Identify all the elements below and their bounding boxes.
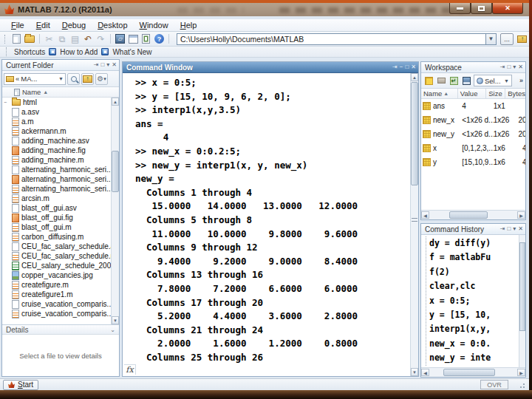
menu-item[interactable]: Edit (31, 20, 55, 30)
menu-item[interactable]: Help (175, 20, 202, 30)
file-row[interactable]: alternating_harmonic_seri... (2, 174, 111, 184)
simulink-button[interactable]: ▱ (115, 33, 126, 45)
file-row[interactable]: ackermann.m (2, 126, 111, 136)
undo-button[interactable]: ↶ (83, 33, 93, 45)
actions-button[interactable]: ⚙▾ (95, 73, 108, 85)
plot-selector-combo[interactable]: Sel... ▼ (474, 75, 512, 86)
close-button[interactable]: ✕ (492, 3, 523, 14)
folder-breadcrumb-combo[interactable]: « MA... ▼ (4, 73, 66, 85)
history-vertical-scrollbar[interactable] (519, 235, 525, 367)
browse-folder-button[interactable]: ... (500, 33, 514, 45)
history-entry[interactable]: y = [15, 10, (429, 308, 519, 322)
scrollbar-thumb[interactable] (443, 369, 495, 376)
menu-item[interactable]: Window (134, 20, 174, 30)
directory-dropdown-button[interactable]: ▼ (485, 33, 497, 45)
history-horizontal-scrollbar[interactable]: ◀ ▶ (421, 367, 525, 377)
file-row[interactable]: a.asv (2, 107, 111, 117)
file-row[interactable]: alternating_harmonic_seri... (2, 165, 111, 174)
shortcut-whats-new[interactable]: What's New (112, 48, 151, 56)
help-button[interactable]: ? (154, 33, 165, 45)
file-row[interactable]: blast_off_gui.fig (2, 213, 111, 222)
history-entry[interactable]: interp1(x,y, (429, 322, 519, 336)
new-variable-button[interactable] (423, 75, 434, 86)
file-row[interactable]: cruise_vacation_comparis... (2, 299, 111, 309)
command-window-scrollbar[interactable]: ▲ ▼ (410, 73, 418, 376)
menu-item[interactable]: File (6, 20, 30, 30)
panel-menu-icon[interactable]: ▾ (513, 226, 516, 232)
minimize-button[interactable] (449, 3, 471, 14)
scroll-left-icon[interactable]: ◀ (421, 211, 429, 219)
history-entry[interactable]: x = 0:5; (429, 294, 519, 308)
dock-icon[interactable]: ⇥ (500, 226, 505, 232)
dock-icon[interactable]: ⇥ (392, 64, 398, 70)
history-entry[interactable]: dy = diff(y) (429, 236, 519, 250)
file-list-scrollbar[interactable]: ▲ ▼ (111, 98, 119, 324)
scrollbar-thumb[interactable] (449, 211, 488, 219)
file-row[interactable]: blast_off_gui.asv (2, 203, 111, 213)
variable-row[interactable]: ans 4 1x1 8 (421, 99, 525, 113)
column-header-size[interactable]: Size (486, 89, 505, 98)
function-hints-button[interactable]: fx (124, 364, 136, 375)
file-row[interactable]: blast_off_gui.m (2, 222, 111, 232)
open-variable-button[interactable] (436, 75, 446, 86)
save-workspace-button[interactable] (461, 75, 471, 86)
breadcrumb[interactable]: MA... (21, 75, 37, 83)
up-folder-button[interactable]: ↑ (81, 73, 94, 85)
shortcut-how-to-add[interactable]: How to Add (60, 48, 98, 56)
history-entry[interactable]: new_y = inte (429, 351, 519, 365)
file-row[interactable]: CEU_salary_schedule_2008... (2, 261, 111, 270)
scroll-right-icon[interactable]: ▶ (517, 211, 525, 219)
file-row[interactable]: adding_machine.fig (2, 146, 111, 155)
variable-row[interactable]: new_y <1x26 d... 1x26 208 (421, 127, 525, 141)
scroll-right-icon[interactable]: ▶ (517, 369, 525, 376)
history-entry[interactable]: f(2) (429, 265, 519, 279)
toolbar-grip[interactable] (4, 35, 7, 44)
menu-item[interactable]: Debug (57, 20, 91, 30)
menu-item[interactable]: Desktop (92, 20, 132, 30)
minimize-panel-icon[interactable]: − (400, 64, 403, 70)
history-entry[interactable]: f = matlabFu (429, 250, 519, 265)
file-row[interactable]: createfigure1.m (2, 290, 111, 299)
variable-row[interactable]: x [0,1,2,3,... 1x6 48 (421, 141, 525, 155)
dock-icon[interactable]: ⇥ (500, 64, 505, 70)
dock-icon[interactable]: ⇥ (94, 62, 99, 68)
scrollbar-thumb[interactable] (411, 82, 418, 185)
file-row[interactable]: copper_vacancies.jpg (2, 270, 111, 280)
start-button[interactable]: Start (3, 380, 38, 390)
scroll-down-icon[interactable]: ▼ (411, 368, 418, 376)
variable-row[interactable]: y [15,10,9... 1x6 48 (421, 155, 525, 169)
new-script-button[interactable] (12, 33, 22, 45)
scrollbar-thumb[interactable] (112, 151, 119, 192)
variable-row[interactable]: new_x <1x26 d... 1x26 208 (421, 113, 525, 127)
file-row[interactable]: adding_machine.asv (2, 136, 111, 146)
scrollbar-thumb[interactable] (519, 242, 525, 331)
close-panel-icon[interactable]: ✕ (518, 226, 523, 232)
column-header-name[interactable]: Name ▲ (421, 89, 458, 98)
resize-grip[interactable] (519, 381, 527, 389)
panel-menu-icon[interactable]: ▾ (106, 62, 109, 68)
close-panel-icon[interactable]: ✕ (411, 64, 416, 70)
column-header-value[interactable]: Value (458, 89, 486, 98)
guide-button[interactable] (129, 33, 139, 45)
shortcuts-grip[interactable] (6, 47, 8, 56)
file-row[interactable]: adding_machine.m (2, 155, 111, 165)
file-row[interactable]: arcsin.m (2, 194, 111, 203)
file-row[interactable]: − html (2, 98, 111, 107)
up-one-directory-button[interactable]: ↑ (516, 33, 529, 45)
file-row[interactable]: alternating_harmonic_seri... (2, 184, 111, 194)
maximize-panel-icon[interactable]: □ (100, 62, 104, 68)
current-directory-input[interactable]: C:\Users\Holly\Documents\MATLAB (177, 33, 485, 45)
panel-menu-icon[interactable]: ▾ (513, 64, 516, 70)
open-file-button[interactable] (24, 33, 35, 45)
file-row[interactable]: CEU_fac_salary_schedule.m (2, 251, 111, 261)
paste-button[interactable]: ▤ (70, 33, 81, 45)
file-row[interactable]: CEU_fac_salary_schedule.a... (2, 242, 111, 251)
maximize-button[interactable] (471, 3, 492, 14)
name-column-header[interactable]: Name ▲ (2, 87, 119, 98)
column-header-bytes[interactable]: Bytes (505, 89, 525, 98)
maximize-panel-icon[interactable]: □ (507, 64, 511, 70)
close-panel-icon[interactable]: ✕ (112, 62, 117, 68)
scroll-up-icon[interactable]: ▲ (411, 73, 418, 81)
file-row[interactable]: cruise_vacation_comparis... (2, 309, 111, 318)
title-bar[interactable]: MATLAB 7.12.0 (R2011a) ✕ (0, 0, 529, 16)
